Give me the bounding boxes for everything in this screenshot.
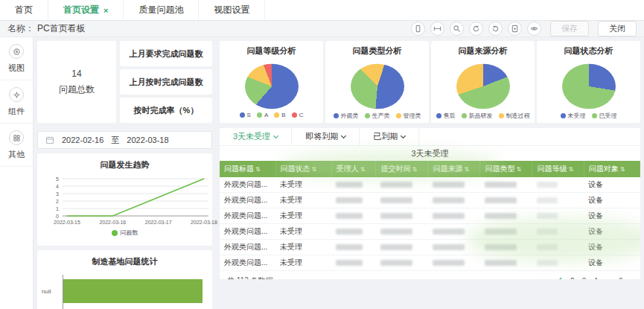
redo-icon[interactable] [488, 22, 503, 36]
pie-card-issue-status[interactable]: 问题状态分析 未受理已受理 [537, 41, 640, 123]
table-cell [376, 193, 428, 208]
tab-close-icon[interactable]: × [103, 6, 108, 15]
prev-page-button[interactable]: ‹ [549, 277, 551, 280]
page-button[interactable]: 2 [570, 277, 575, 280]
pie-chart-issue-type[interactable] [351, 64, 404, 109]
sort-icon[interactable]: ⇅ [568, 166, 573, 173]
legend-item[interactable]: 外观类 [334, 112, 359, 120]
tab-home-settings[interactable]: 首页设置 × [48, 0, 124, 20]
redacted-text [537, 229, 558, 235]
page-button[interactable]: 1 [559, 277, 564, 280]
zoom-icon[interactable] [450, 22, 464, 36]
page-ellipsis[interactable]: ... [605, 277, 611, 280]
legend-item[interactable]: B [274, 112, 285, 118]
bar-series-rect[interactable] [63, 279, 203, 303]
legend-item[interactable]: 已受理 [592, 112, 617, 120]
y-tick-label: 3 [56, 191, 59, 197]
pie-card-issue-type[interactable]: 问题类型分析 外观类生产类管理类 [325, 41, 429, 123]
base-stats-chart-card[interactable]: 制造基地问题统计 null 02468 [37, 250, 212, 309]
legend-item[interactable]: 售后 [436, 112, 456, 120]
stat-card-ontime-rate[interactable]: 按时完成率（%） [120, 98, 212, 123]
table-header-cell[interactable]: 问题状态⇅ [275, 161, 331, 177]
tab-quality-issue-pool[interactable]: 质量问题池 [124, 0, 199, 20]
table-header-cell[interactable]: 受理人⇅ [331, 161, 376, 177]
table-cell [428, 224, 480, 240]
other-icon [9, 130, 24, 145]
table-cell [331, 255, 376, 271]
sort-icon[interactable]: ⇅ [620, 166, 625, 173]
pie-chart-issue-level[interactable] [245, 64, 299, 109]
sidebar-item-components[interactable]: 组件 [0, 80, 33, 124]
redacted-text [336, 182, 363, 188]
date-end: 2022-03-18 [127, 136, 168, 144]
table-tab-3days-pending[interactable]: 3天未受理 [220, 128, 292, 145]
table-header-cell[interactable]: 问题等级⇅ [532, 161, 584, 177]
mobile-preview-icon[interactable] [411, 22, 425, 36]
stat-card-ontime-last-month[interactable]: 上月按时完成问题数 [120, 69, 212, 95]
legend-item[interactable]: 管理类 [396, 112, 421, 120]
redacted-text [336, 260, 363, 266]
close-button[interactable]: 关闭 [598, 21, 637, 36]
table-cell [331, 208, 376, 224]
table-cell [428, 240, 480, 255]
page-button[interactable]: 6 [619, 277, 623, 280]
export-file-icon[interactable] [508, 22, 522, 36]
y-tick-label: 1 [56, 206, 59, 211]
tab-home[interactable]: 首页 [0, 0, 48, 20]
table-row[interactable]: 外观类问题...未受理设备 [220, 240, 640, 255]
page-button[interactable]: 3 [582, 277, 587, 280]
save-button[interactable]: 保存 [550, 21, 589, 36]
table-row[interactable]: 外观类问题...未受理设备 [220, 224, 640, 240]
preview-eye-icon[interactable] [527, 22, 541, 36]
sidebar-item-views[interactable]: 视图 [0, 37, 33, 80]
sort-icon[interactable]: ⇅ [360, 166, 366, 173]
sort-icon[interactable]: ⇅ [516, 166, 521, 173]
sort-icon[interactable]: ⇅ [312, 166, 317, 173]
table-row[interactable]: 外观类问题...未受理设备 [220, 208, 640, 224]
table-header-cell[interactable]: 提交时间⇅ [376, 161, 428, 177]
pie-legend: 售后新品研发制造过程 [436, 112, 530, 120]
table-header-cell[interactable]: 问题标题⇅ [220, 161, 275, 177]
table-cell [428, 255, 480, 271]
trend-chart-card[interactable]: 问题发生趋势 012345 2022-03-152022-03-162022-0… [37, 153, 212, 246]
stat-card-required-last-month[interactable]: 上月要求完成问题数 [120, 41, 212, 66]
page-button[interactable]: 4 [593, 277, 598, 280]
total-issues-card[interactable]: 14 问题总数 [37, 41, 116, 123]
legend-item[interactable]: 生产类 [365, 112, 390, 120]
tab-view-settings[interactable]: 视图设置 [199, 0, 265, 20]
table-header-cell[interactable]: 问题来源⇅ [428, 161, 480, 177]
ruler-icon[interactable] [430, 22, 444, 36]
pie-chart-issue-status[interactable] [562, 64, 616, 109]
pie-card-issue-level[interactable]: 问题等级分析 SABC [220, 41, 323, 123]
table-row[interactable]: 外观类问题...未受理设备 [220, 177, 640, 193]
pie-chart-issue-source[interactable] [456, 64, 510, 109]
next-page-button[interactable]: › [631, 277, 633, 280]
undo-icon[interactable] [469, 22, 483, 36]
issue-table-card: 3天未受理 即将到期 已到期 3天未受理 问题标题⇅问题状态⇅受理人⇅提交时间⇅… [220, 128, 640, 279]
sidebar-item-other[interactable]: 其他 [0, 124, 33, 167]
table-row[interactable]: 外观类问题...未受理设备 [220, 193, 640, 208]
sort-icon[interactable]: ⇅ [412, 166, 417, 173]
chevron-down-icon [273, 133, 278, 138]
redacted-text [433, 182, 465, 188]
y-tick-label: 2 [56, 199, 59, 204]
designer-toolbar: 保存 关闭 [411, 21, 637, 36]
table-tab-due-soon[interactable]: 即将到期 [292, 128, 360, 145]
legend-item[interactable]: 未受理 [561, 112, 586, 120]
sort-icon[interactable]: ⇅ [464, 166, 469, 173]
redacted-text [537, 213, 558, 219]
legend-item[interactable]: 制造过程 [499, 112, 530, 120]
date-range-picker[interactable]: 2022-02-16 至 2022-03-18 [37, 131, 212, 149]
legend-item[interactable]: C [292, 112, 304, 118]
redacted-text [336, 197, 363, 203]
legend-item[interactable]: A [257, 112, 268, 118]
legend-item[interactable]: 新品研发 [462, 112, 493, 120]
table-row[interactable]: 外观类问题...未受理设备 [220, 255, 640, 271]
legend-item[interactable]: S [240, 112, 251, 118]
pie-card-issue-source[interactable]: 问题来源分析 售后新品研发制造过程 [431, 41, 535, 123]
table-tab-overdue[interactable]: 已到期 [360, 128, 419, 145]
table-header-cell[interactable]: 问题类型⇅ [480, 161, 532, 177]
table-header-cell[interactable]: 问题对象⇅ [584, 161, 640, 177]
x-tick-label: 2022-03-18 [191, 220, 217, 225]
sort-icon[interactable]: ⇅ [255, 166, 261, 173]
